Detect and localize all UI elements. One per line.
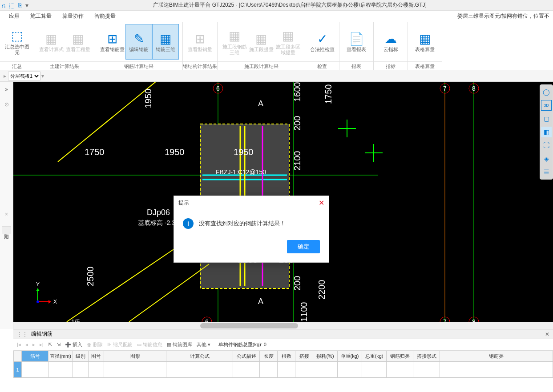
nav-next-icon[interactable]: ▸ <box>32 342 35 348</box>
ribbon-button-5-0[interactable]: ✓合法性检查 <box>309 24 335 60</box>
ribbon-button-4-0[interactable]: ▦施工段钢筋三维 <box>221 24 248 60</box>
menu-construction[interactable]: 施工算量 <box>25 11 57 22</box>
qat-icon-1[interactable]: ⎌ <box>2 2 5 9</box>
ribbon-group-label: 钢结构计算结果 <box>183 61 217 70</box>
svg-text:2200: 2200 <box>317 280 327 300</box>
qat-icon-2[interactable]: ⬚ <box>9 2 15 9</box>
table-header-0[interactable]: 筋号 <box>22 351 48 362</box>
info-icon: i <box>183 218 194 229</box>
view-3d-icon[interactable]: 3D <box>541 100 552 111</box>
table-header-6[interactable]: 公式描述 <box>233 351 260 362</box>
table-header-11[interactable]: 单重(kg) <box>338 351 362 362</box>
table-header-7[interactable]: 长度 <box>260 351 278 362</box>
insert-button[interactable]: ➕ 插入 <box>65 341 82 348</box>
ribbon: ⬚汇总选中图元汇总▦查看计算式▦查看工程量土建计算结果⊞查看钢筋量✎编辑钢筋▦钢… <box>0 22 553 70</box>
svg-text:2500: 2500 <box>85 267 95 287</box>
ribbon-group-label: 汇总 <box>0 61 34 70</box>
view-cube1-icon[interactable]: ▢ <box>541 113 552 124</box>
ribbon-button-2-1[interactable]: ✎编辑钢筋 <box>125 24 152 60</box>
table-header-5[interactable]: 计算公式 <box>166 351 233 362</box>
view-settings-icon[interactable]: ☰ <box>541 167 552 177</box>
ribbon-button-4-1[interactable]: ▦施工段提量 <box>248 24 274 60</box>
qat-icon-3[interactable]: ⎘ <box>18 2 22 9</box>
expand-icon[interactable]: » <box>5 86 8 92</box>
table-header-9[interactable]: 搭接 <box>295 351 313 362</box>
ribbon-button-0-0[interactable]: ⬚汇总选中图元 <box>4 24 30 60</box>
canvas-scrollbar[interactable] <box>13 322 553 329</box>
table-header-12[interactable]: 总重(kg) <box>362 351 387 362</box>
menu-bar: 应用 施工算量 算量协作 智能提量 娄层三维显示图元/轴网有错位，位置不 <box>0 11 553 22</box>
svg-text:1950: 1950 <box>165 147 185 157</box>
close-panel-icon[interactable]: × <box>5 211 8 217</box>
warning-message: 娄层三维显示图元/轴网有错位，位置不 <box>457 12 549 20</box>
other-button[interactable]: 其他 ▾ <box>197 341 210 348</box>
svg-text:DJp06: DJp06 <box>147 208 170 217</box>
ribbon-button-2-0[interactable]: ⊞查看钢筋量 <box>99 24 125 60</box>
sidebar-tab-attach[interactable]: 附加 <box>2 226 11 234</box>
nav-first-icon[interactable]: |◂ <box>17 342 21 348</box>
import-icon[interactable]: ⇲ <box>57 342 61 348</box>
svg-text:200: 200 <box>292 116 302 131</box>
left-panel: » ⊙ × 附加 <box>0 82 13 329</box>
qat-dropdown-icon[interactable]: ▾ <box>25 2 28 9</box>
table-header-2[interactable]: 级别 <box>73 351 89 362</box>
table-header-8[interactable]: 根数 <box>278 351 295 362</box>
table-header-13[interactable]: 钢筋归类 <box>387 351 413 362</box>
ribbon-button-3-0[interactable]: ⊞查看型钢量 <box>186 24 213 60</box>
menu-collab[interactable]: 算量协作 <box>57 11 89 22</box>
view-toolbar: ◯ 3D ▢ ◧ ⛶ ◈ ☰ <box>540 84 553 180</box>
ribbon-button-8-0[interactable]: ▦表格算量 <box>412 24 438 60</box>
dialog-ok-button[interactable]: 确定 <box>287 240 320 253</box>
ribbon-button-7-0[interactable]: ☁云指标 <box>377 24 404 60</box>
svg-text:1750: 1750 <box>85 147 105 157</box>
ribbon-button-1-1[interactable]: ▦查看工程量 <box>65 24 91 60</box>
svg-text:FBZJ-1:C12@150: FBZJ-1:C12@150 <box>216 168 266 176</box>
nav-prev-icon[interactable]: ◂ <box>25 342 28 348</box>
rebar-table[interactable]: 筋号直径(mm)级别图号图形计算公式公式描述长度根数搭接损耗(%)单重(kg)总… <box>13 351 553 378</box>
view-orbit-icon[interactable]: ◯ <box>541 87 552 97</box>
table-header-4[interactable]: 图形 <box>104 351 166 362</box>
menu-smart[interactable]: 智能提量 <box>89 11 121 22</box>
svg-text:Y: Y <box>36 281 40 288</box>
svg-text:200: 200 <box>292 276 302 291</box>
search-icon[interactable]: ⊙ <box>4 101 9 108</box>
table-header-15[interactable]: 钢筋类 <box>440 351 553 362</box>
svg-marker-54 <box>36 288 40 291</box>
ribbon-button-1-0[interactable]: ▦查看计算式 <box>38 24 65 60</box>
layer-select[interactable]: 分层筏板1 <box>8 72 40 80</box>
table-row[interactable]: 1 <box>14 362 553 378</box>
rebar-library-button[interactable]: ▦ 钢筋图库 <box>167 341 192 348</box>
svg-line-24 <box>58 82 156 162</box>
svg-text:6: 6 <box>216 85 220 92</box>
nav-last-icon[interactable]: ▸| <box>40 342 44 348</box>
svg-marker-52 <box>48 300 51 304</box>
ribbon-button-6-0[interactable]: 📄查看报表 <box>343 24 370 60</box>
rebar-info-button[interactable]: ▭ 钢筋信息 <box>137 341 162 348</box>
ribbon-group-label: 检查 <box>305 61 339 70</box>
ribbon-button-4-2[interactable]: ▦施工段多区域提量 <box>274 24 301 60</box>
scrollbar-thumb[interactable] <box>200 323 298 328</box>
ribbon-group-label: 钢筋计算结果 <box>95 61 182 70</box>
drag-handle-icon[interactable]: ⋮⋮ <box>17 331 28 337</box>
context-toolbar: ▸ 分层筏板1 ▾ <box>0 70 553 82</box>
title-bar: ⎌ ⬚ ⎘ ▾ 广联达BIM土建计量平台 GTJ2025 - [C:\Users… <box>0 0 553 11</box>
table-header-3[interactable]: 图号 <box>89 351 104 362</box>
table-header-10[interactable]: 损耗(%) <box>313 351 338 362</box>
table-header-1[interactable]: 直径(mm) <box>48 351 73 362</box>
ribbon-button-2-2[interactable]: ▦钢筋三维 <box>152 24 179 60</box>
view-layers-icon[interactable]: ◈ <box>541 153 552 164</box>
view-cube2-icon[interactable]: ◧ <box>541 127 552 137</box>
view-fullscreen-icon[interactable]: ⛶ <box>541 140 552 151</box>
menu-app[interactable]: 应用 <box>4 11 25 22</box>
table-header-14[interactable]: 搭接形式 <box>413 351 440 362</box>
dialog-close-icon[interactable]: ✕ <box>319 199 324 207</box>
delete-button[interactable]: 🗑 删除 <box>87 341 103 348</box>
scale-rebar-button[interactable]: ⊪ 缩尺配筋 <box>107 341 133 348</box>
ribbon-group-label: 土建计算结果 <box>34 61 95 70</box>
ribbon-group-label: 表格算量 <box>408 61 442 70</box>
svg-line-26 <box>129 264 209 322</box>
dialog-message: 没有查找到对应的钢筋计算结果！ <box>199 220 286 228</box>
bottom-close-icon[interactable]: ✕ <box>545 331 549 337</box>
svg-text:7: 7 <box>443 85 447 92</box>
export-icon[interactable]: ⇱ <box>48 342 52 348</box>
